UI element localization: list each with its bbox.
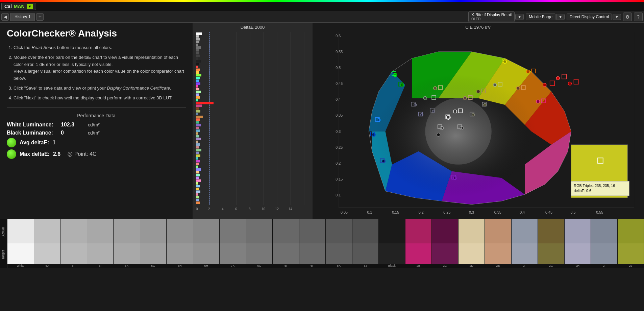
svg-rect-39 bbox=[196, 113, 198, 115]
svg-text:12: 12 bbox=[275, 207, 279, 211]
swatch-actual-cell bbox=[432, 219, 459, 243]
svg-rect-41 bbox=[196, 118, 200, 121]
svg-point-166 bbox=[432, 110, 435, 113]
cie-svg: 0.6 0.55 0.5 0.45 0.4 0.35 0.3 0.25 0.2 … bbox=[313, 32, 644, 218]
help-button[interactable]: ? bbox=[634, 13, 643, 21]
swatch-name: Black bbox=[379, 264, 405, 268]
svg-rect-21 bbox=[196, 63, 199, 65]
instruction-2: Mouse over the error bars on the deltaE … bbox=[14, 54, 186, 82]
svg-rect-57 bbox=[196, 163, 199, 165]
actual-label: Actual bbox=[1, 227, 6, 237]
svg-rect-49 bbox=[196, 141, 198, 143]
svg-rect-20 bbox=[196, 60, 201, 63]
swatch-actual-cell bbox=[140, 219, 167, 243]
svg-rect-56 bbox=[196, 160, 200, 162]
swatch-target-cell: 6F bbox=[299, 243, 326, 268]
left-panel: ColorChecker® Analysis Click the Read Se… bbox=[0, 23, 193, 219]
direct-display-label: Direct Display Control bbox=[570, 15, 609, 19]
svg-rect-46 bbox=[196, 132, 198, 135]
swatch-target-cell: 6H bbox=[167, 243, 193, 268]
svg-rect-10 bbox=[196, 32, 202, 35]
svg-point-143 bbox=[423, 97, 427, 100]
svg-text:RGB Triplet: 235, 235, 16: RGB Triplet: 235, 235, 16 bbox=[574, 184, 615, 188]
svg-rect-61 bbox=[196, 174, 200, 176]
xrite-dropdown[interactable]: X-Rite i1Display Retail OLED bbox=[468, 11, 515, 22]
tab-bar: ◀ History 1 + X-Rite i1Display Retail OL… bbox=[0, 11, 644, 23]
white-luminance-row: White Luminance: 102.3 cd/m² bbox=[7, 122, 186, 128]
swatch-actual-cell bbox=[246, 219, 273, 243]
max-delta-label: Max deltaE: bbox=[20, 151, 50, 157]
svg-rect-63 bbox=[196, 180, 201, 182]
svg-point-167 bbox=[472, 114, 475, 116]
svg-rect-55 bbox=[196, 157, 198, 160]
svg-rect-14 bbox=[196, 44, 198, 46]
svg-point-151 bbox=[493, 83, 497, 87]
logo-cal: Cal bbox=[4, 4, 12, 9]
swatch-name: 6G bbox=[246, 264, 273, 268]
svg-text:0.5: 0.5 bbox=[336, 66, 341, 70]
swatch-target-cell: 2F bbox=[512, 243, 538, 268]
mobile-forge-dropdown[interactable]: Mobile Forge bbox=[526, 14, 555, 20]
max-delta-dot bbox=[7, 149, 16, 159]
instruction-3: Click "Save" to save data and view or pr… bbox=[14, 85, 186, 92]
swatch-target-cell: 2G bbox=[538, 243, 565, 268]
svg-point-121 bbox=[453, 110, 457, 113]
settings-button[interactable]: ⚙ bbox=[623, 13, 632, 21]
xrite-main-label: X-Rite i1Display Retail bbox=[471, 13, 512, 17]
instruction-1: Click the Read Series button to measure … bbox=[14, 44, 186, 51]
perf-data-title: Performance Data bbox=[7, 113, 186, 118]
svg-rect-31 bbox=[196, 91, 201, 93]
svg-text:10: 10 bbox=[262, 207, 265, 211]
svg-point-165 bbox=[421, 114, 423, 116]
swatch-name: 5F bbox=[60, 264, 87, 268]
svg-rect-54 bbox=[196, 154, 200, 157]
logo-man: MAN bbox=[14, 4, 25, 9]
direct-display-arrow[interactable]: ▼ bbox=[613, 14, 621, 20]
help-icon: ? bbox=[637, 14, 640, 20]
swatch-actual-cell bbox=[591, 219, 618, 243]
swatch-name: 2B bbox=[405, 264, 432, 268]
svg-rect-58 bbox=[196, 166, 198, 168]
swatch-target-cell: 2I bbox=[591, 243, 618, 268]
target-label: Target bbox=[1, 250, 6, 260]
swatch-actual-cell bbox=[405, 219, 432, 243]
svg-text:0.55: 0.55 bbox=[336, 50, 343, 54]
svg-rect-69 bbox=[196, 196, 199, 198]
svg-point-149 bbox=[477, 90, 480, 93]
swatch-target-cell: Black bbox=[379, 243, 405, 268]
tab-back-button[interactable]: ◀ bbox=[1, 13, 9, 21]
mobile-forge-arrow[interactable]: ▼ bbox=[556, 14, 565, 20]
tab-history1[interactable]: History 1 bbox=[10, 13, 35, 21]
swatch-target-cell: 5G bbox=[140, 243, 167, 268]
swatch-name: 8K bbox=[326, 264, 352, 268]
swatch-actual-cell bbox=[87, 219, 114, 243]
swatch-name: 2E bbox=[485, 264, 511, 268]
svg-rect-17 bbox=[196, 52, 199, 54]
svg-rect-44 bbox=[196, 127, 199, 129]
direct-display-dropdown[interactable]: Direct Display Control bbox=[567, 14, 612, 20]
svg-rect-22 bbox=[196, 66, 198, 68]
svg-rect-23 bbox=[196, 69, 200, 71]
svg-point-163 bbox=[437, 133, 440, 137]
svg-rect-18 bbox=[196, 55, 200, 57]
swatch-actual-cell bbox=[220, 219, 246, 243]
instructions: Click the Read Series button to measure … bbox=[7, 44, 186, 102]
svg-rect-34 bbox=[196, 99, 198, 101]
cie-title: CIE 1976 u'v' bbox=[313, 23, 644, 32]
swatch-name: 2G bbox=[538, 264, 564, 268]
logo-dropdown-button[interactable]: ▼ bbox=[27, 4, 33, 9]
xrite-dropdown-arrow[interactable]: ▼ bbox=[515, 14, 524, 20]
swatch-name: 5J bbox=[352, 264, 379, 268]
svg-text:0.2: 0.2 bbox=[336, 161, 341, 165]
svg-rect-51 bbox=[196, 146, 199, 148]
page-title: ColorChecker® Analysis bbox=[7, 28, 186, 39]
svg-text:0.25: 0.25 bbox=[443, 210, 450, 214]
swatch-target-cell: 2C bbox=[432, 243, 459, 268]
svg-text:8: 8 bbox=[249, 207, 251, 211]
cie-diagram: 0.6 0.55 0.5 0.45 0.4 0.35 0.3 0.25 0.2 … bbox=[313, 32, 644, 218]
tab-add-button[interactable]: + bbox=[36, 13, 44, 21]
svg-rect-13 bbox=[196, 41, 199, 43]
swatch-name: 7K bbox=[220, 264, 246, 268]
swatch-actual-cell bbox=[273, 219, 299, 243]
swatch-target-cell: 6G bbox=[246, 243, 273, 268]
